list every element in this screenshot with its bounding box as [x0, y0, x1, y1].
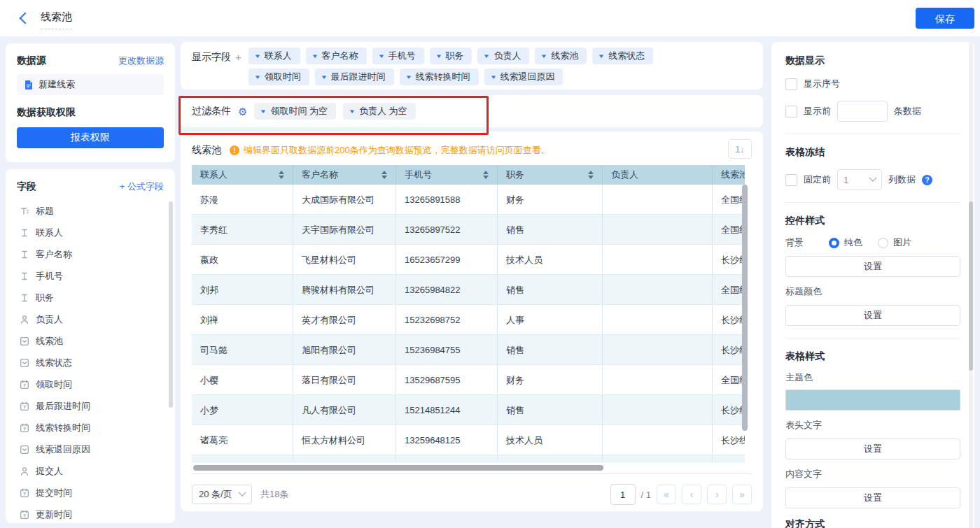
title-color-set-button[interactable]: 设置 — [785, 305, 960, 326]
image-radio[interactable] — [878, 238, 888, 248]
field-item-标题[interactable]: 标题 — [17, 200, 164, 222]
table-horizontal-scrollbar[interactable] — [192, 464, 752, 472]
field-chip-联系人[interactable]: ▼联系人 — [248, 48, 300, 64]
table-cell: 销售 — [498, 275, 603, 305]
prev-page-button[interactable]: ‹ — [682, 485, 701, 504]
field-item-线索池[interactable]: 线索池 — [17, 330, 164, 352]
row-limit-input[interactable] — [837, 101, 888, 122]
table-cell: 销售 — [498, 395, 603, 425]
table-row[interactable]: 司马懿旭阳有限公司15236984755销售长沙线索池 — [192, 335, 745, 365]
field-item-职务[interactable]: 职务 — [17, 287, 164, 308]
page-size-select[interactable]: 20 条/页 — [192, 485, 252, 504]
gear-icon[interactable]: ⚙ — [238, 106, 247, 117]
table-row[interactable]: 小梦凡人有限公司15214851244销售长沙线索池 — [192, 395, 745, 425]
table-cell: 13265984822 — [396, 275, 498, 305]
table-row[interactable]: 小樱落日有限公司13529687595财务全国线索池 — [192, 365, 745, 395]
field-item-线索转换时间[interactable]: 线索转换时间 — [17, 417, 164, 438]
field-item-领取时间[interactable]: 领取时间 — [17, 373, 164, 395]
freeze-checkbox[interactable] — [785, 174, 797, 186]
last-page-button[interactable]: » — [732, 485, 752, 504]
help-icon[interactable]: ? — [922, 175, 932, 185]
chevron-down-icon — [869, 174, 876, 182]
table-row[interactable]: 诸葛亮恒太方材料公司13259648125技术人员长沙线索池 — [192, 425, 745, 455]
sort-order-button[interactable]: 1↓ — [728, 139, 752, 159]
field-chip-负责人 为空[interactable]: ▼负责人 为空 — [343, 103, 416, 120]
column-header-线索池[interactable]: 线索池 — [713, 165, 745, 185]
panel-scrollbar[interactable] — [969, 42, 973, 528]
column-header-负责人[interactable]: 负责人 — [603, 165, 713, 185]
field-label: 职务 — [36, 292, 54, 304]
field-chip-线索状态[interactable]: ▼线索状态 — [592, 48, 653, 64]
field-item-更新时间[interactable]: 更新时间 — [17, 504, 164, 523]
show-first-checkbox[interactable] — [785, 106, 797, 117]
table-row[interactable]: 嬴政飞星材料公司16523657299技术人员长沙线索池 — [192, 245, 745, 275]
field-chip-负责人[interactable]: ▼负责人 — [477, 48, 529, 64]
table-row[interactable]: 李秀红天宇国际有限公司13265897522销售全国线索池 — [192, 215, 745, 245]
table-header-row: 联系人客户名称手机号职务负责人线索池 — [192, 165, 745, 185]
first-page-button[interactable]: « — [657, 485, 676, 504]
next-page-button[interactable]: › — [707, 485, 727, 504]
column-header-联系人[interactable]: 联系人 — [192, 165, 293, 185]
field-item-客户名称[interactable]: 客户名称 — [17, 243, 164, 265]
topbar: 线索池 保存 — [0, 0, 980, 37]
text-icon — [20, 293, 29, 303]
chevron-down-icon: ▼ — [320, 74, 327, 80]
field-chip-手机号[interactable]: ▼手机号 — [372, 48, 424, 64]
header-text-set-button[interactable]: 设置 — [785, 438, 960, 459]
sort-icon[interactable] — [376, 171, 387, 179]
sort-icon[interactable] — [582, 171, 594, 179]
field-item-最后跟进时间[interactable]: 最后跟进时间 — [17, 395, 164, 417]
report-permission-button[interactable]: 报表权限 — [17, 127, 164, 148]
column-header-手机号[interactable]: 手机号 — [396, 165, 498, 185]
field-item-提交人[interactable]: 提交人 — [17, 460, 164, 482]
sort-icon[interactable] — [477, 171, 489, 179]
background-set-button[interactable]: 设置 — [785, 256, 960, 277]
app-window: 线索池 保存 数据源 更改数据源 新建线索 数据获取权限 报表权限 字段 + 公… — [0, 0, 980, 528]
chevron-down-icon: ▼ — [405, 74, 412, 80]
change-datasource-link[interactable]: 更改数据源 — [118, 55, 164, 67]
chip-label: 负责人 — [493, 50, 521, 62]
field-chip-领取时间[interactable]: ▼领取时间 — [248, 69, 309, 85]
solid-color-radio[interactable] — [829, 238, 839, 248]
field-item-联系人[interactable]: 联系人 — [17, 222, 164, 243]
add-formula-field-link[interactable]: + 公式字段 — [120, 180, 164, 193]
field-item-负责人[interactable]: 负责人 — [17, 308, 164, 330]
field-item-线索状态[interactable]: 线索状态 — [17, 352, 164, 373]
sort-icon[interactable] — [273, 171, 284, 179]
table-row[interactable]: 刘邦腾骏材料有限公司13265984822销售全国线索池 — [192, 275, 745, 305]
chevron-down-icon: ▼ — [311, 53, 318, 59]
field-label: 手机号 — [36, 270, 63, 283]
show-index-checkbox[interactable] — [785, 78, 797, 90]
save-button[interactable]: 保存 — [916, 8, 974, 29]
datasource-item[interactable]: 新建线索 — [17, 74, 164, 95]
field-chip-职务[interactable]: ▼职务 — [430, 48, 472, 64]
table-row[interactable]: 苏漫大成国际有限公司13265891588财务全国线索池 — [192, 185, 745, 215]
table-vertical-scrollbar[interactable] — [742, 185, 748, 431]
table-row-partial[interactable] — [192, 455, 745, 462]
add-display-field-button[interactable]: + — [235, 51, 241, 63]
column-header-客户名称[interactable]: 客户名称 — [293, 165, 396, 185]
table-cell: 落日有限公司 — [293, 365, 396, 395]
field-chip-线索退回原因[interactable]: ▼线索退回原因 — [484, 69, 564, 85]
freeze-count-select[interactable]: 1 — [837, 169, 882, 190]
field-chip-最后跟进时间[interactable]: ▼最后跟进时间 — [315, 69, 394, 85]
field-item-提交时间[interactable]: 提交时间 — [17, 482, 164, 504]
table-cell: 财务 — [498, 365, 603, 395]
theme-color-swatch[interactable] — [785, 390, 960, 411]
field-chip-领取时间 为空[interactable]: ▼领取时间 为空 — [254, 103, 336, 120]
field-chip-线索池[interactable]: ▼线索池 — [535, 48, 587, 64]
field-label: 线索退回原因 — [36, 443, 90, 456]
field-item-线索退回原因[interactable]: 线索退回原因 — [17, 438, 164, 460]
field-item-手机号[interactable]: 手机号 — [17, 265, 164, 287]
page-number-input[interactable] — [610, 484, 636, 505]
field-chip-客户名称[interactable]: ▼客户名称 — [306, 48, 367, 64]
divider — [785, 202, 960, 203]
total-count: 共18条 — [260, 488, 288, 501]
back-icon[interactable] — [20, 13, 31, 24]
widget-style-title: 控件样式 — [785, 215, 960, 227]
content-text-set-button[interactable]: 设置 — [785, 487, 960, 508]
field-chip-线索转换时间[interactable]: ▼线索转换时间 — [400, 69, 479, 85]
column-header-职务[interactable]: 职务 — [498, 165, 603, 185]
table-row[interactable]: 刘禅英才有限公司15232698752人事长沙线索池 — [192, 305, 745, 335]
fields-scrollbar[interactable] — [169, 201, 173, 408]
